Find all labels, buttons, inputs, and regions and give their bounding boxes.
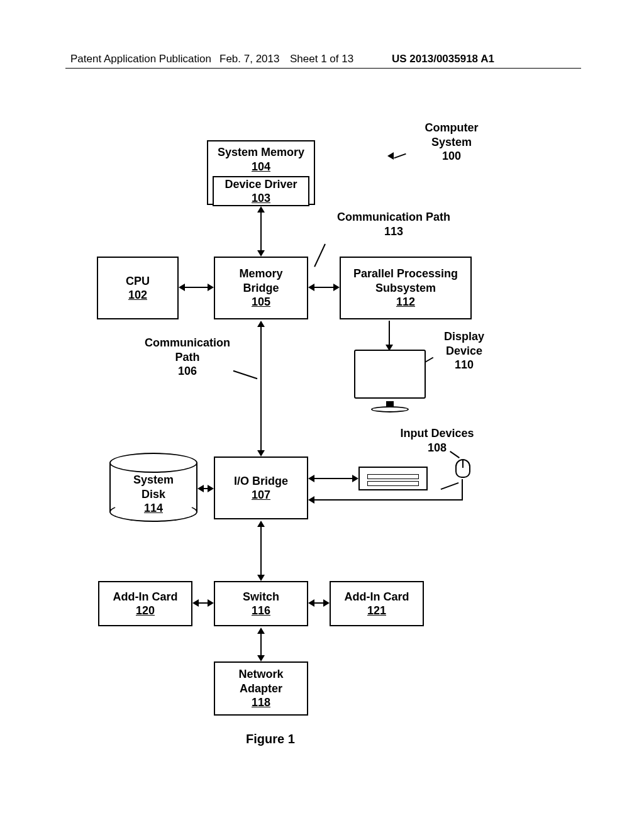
- box-switch-num: 116: [252, 604, 270, 618]
- arrow-mouse-iobridge-h: [314, 499, 463, 501]
- arrow-addin120-switch: [199, 602, 208, 604]
- box-io-bridge-title: I/O Bridge: [234, 474, 288, 489]
- arrow-iobridge-keyboard-l: [308, 475, 314, 482]
- arrow-cpu-membridge-r: [208, 284, 214, 291]
- arrow-membridge-pps: [314, 287, 333, 288]
- box-io-bridge: I/O Bridge 107: [214, 456, 308, 519]
- arrow-iobridge-keyboard-r: [352, 475, 358, 482]
- figure-caption: Figure 1: [239, 732, 302, 746]
- arrow-sysmem-membridge-up: [257, 206, 265, 213]
- label-display-device: Display Device 110: [433, 329, 496, 372]
- box-system-memory-num: 104: [252, 160, 270, 174]
- box-cpu: CPU 102: [97, 257, 179, 319]
- box-memory-bridge: Memory Bridge 105: [214, 257, 308, 319]
- box-memory-bridge-title: Memory Bridge: [239, 267, 282, 295]
- arrow-pps-display-d: [386, 345, 393, 351]
- label-input-devices-num: 108: [428, 441, 447, 454]
- arrow-switch-netadapter-d: [257, 655, 265, 661]
- leader-100-arrow: [387, 152, 394, 160]
- arrow-membridge-iobridge: [260, 326, 262, 450]
- arrow-iobridge-switch: [260, 526, 262, 575]
- box-system-memory: System Memory 104 Device Driver 103: [207, 140, 315, 205]
- arrow-cpu-membridge-l: [179, 284, 185, 291]
- box-addin-120: Add-In Card 120: [98, 581, 192, 626]
- arrow-switch-addin121-l: [308, 599, 314, 607]
- box-addin-120-num: 120: [136, 604, 155, 618]
- arrow-switch-addin121-r: [323, 599, 330, 607]
- box-system-disk-num: 114: [109, 501, 197, 516]
- arrow-iobridge-switch-u: [257, 521, 265, 527]
- leader-113: [314, 244, 326, 267]
- label-comm-path-113-text: Communication Path: [337, 211, 450, 223]
- box-device-driver-num: 103: [252, 191, 270, 206]
- box-system-memory-title: System Memory: [218, 145, 304, 160]
- arrow-mouse-iobridge-l: [308, 496, 314, 504]
- keyboard-icon: [358, 467, 428, 490]
- box-addin-121-title: Add-In Card: [345, 590, 409, 604]
- label-comm-path-113: Communication Path 113: [325, 210, 463, 238]
- box-network-adapter: Network Adapter 118: [214, 661, 308, 716]
- box-addin-121: Add-In Card 121: [330, 581, 424, 626]
- label-comm-path-106-text: Communication Path: [145, 336, 230, 363]
- box-addin-120-title: Add-In Card: [113, 590, 178, 604]
- arrow-disk-iobridge-r: [208, 485, 214, 492]
- arrow-pps-display: [389, 321, 390, 346]
- arrow-switch-netadapter-u: [257, 628, 265, 634]
- box-cpu-num: 102: [128, 288, 147, 302]
- box-system-disk: System Disk 114: [109, 453, 197, 522]
- box-pps-title: Parallel Processing Subsystem: [353, 267, 458, 295]
- arrow-membridge-pps-r: [333, 284, 340, 291]
- leader-100: [394, 153, 406, 159]
- label-computer-system-num: 100: [442, 150, 461, 162]
- label-display-device-text: Display Device: [444, 330, 484, 357]
- arrow-sysmem-membridge: [260, 211, 262, 250]
- label-input-devices-text: Input Devices: [400, 427, 474, 440]
- arrow-addin120-switch-r: [208, 599, 214, 607]
- box-device-driver-title: Device Driver: [225, 177, 297, 192]
- label-display-device-num: 110: [455, 358, 474, 371]
- box-system-disk-title: System Disk: [109, 473, 197, 501]
- box-pps-num: 112: [396, 295, 415, 309]
- label-comm-path-106-num: 106: [178, 365, 197, 377]
- box-pps: Parallel Processing Subsystem 112: [340, 257, 472, 319]
- box-switch-title: Switch: [243, 590, 279, 604]
- mouse-icon: [455, 459, 470, 478]
- arrow-membridge-iobridge-u: [257, 321, 265, 327]
- label-computer-system: Computer System 100: [408, 121, 496, 163]
- arrow-membridge-pps-l: [308, 284, 314, 291]
- arrow-cpu-membridge: [185, 287, 208, 288]
- label-comm-path-113-num: 113: [384, 225, 403, 238]
- label-comm-path-106: Communication Path 106: [134, 336, 241, 379]
- box-memory-bridge-num: 105: [252, 295, 270, 309]
- arrow-sysmem-membridge-down: [257, 250, 265, 257]
- box-network-adapter-num: 118: [252, 695, 270, 710]
- arrow-iobridge-switch-d: [257, 575, 265, 581]
- box-device-driver: Device Driver 103: [213, 176, 309, 206]
- box-addin-121-num: 121: [367, 604, 386, 618]
- arrow-switch-netadapter: [260, 633, 262, 655]
- label-computer-system-text: Computer System: [425, 121, 479, 148]
- arrow-membridge-iobridge-d: [257, 450, 265, 456]
- arrow-disk-iobridge-l: [197, 485, 204, 492]
- label-input-devices: Input Devices 108: [390, 426, 484, 455]
- box-io-bridge-num: 107: [252, 488, 270, 502]
- box-cpu-title: CPU: [126, 274, 150, 289]
- display-monitor-icon: [352, 350, 428, 412]
- arrow-switch-addin121: [314, 602, 323, 604]
- box-switch: Switch 116: [214, 581, 308, 626]
- box-network-adapter-title: Network Adapter: [238, 667, 283, 695]
- mouse-cable: [441, 482, 459, 490]
- arrow-mouse-iobridge-v: [462, 479, 463, 501]
- figure-diagram: Computer System 100 System Memory 104 De…: [0, 0, 644, 830]
- arrow-addin120-switch-l: [192, 599, 199, 607]
- arrow-iobridge-keyboard: [314, 478, 352, 479]
